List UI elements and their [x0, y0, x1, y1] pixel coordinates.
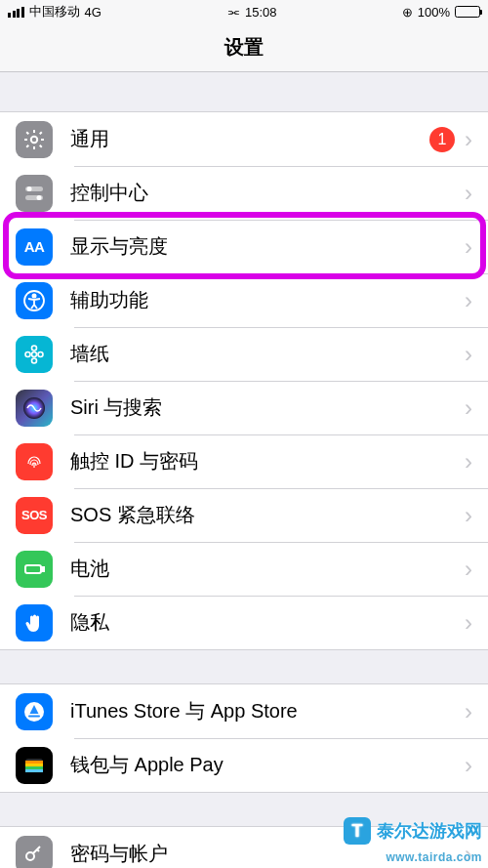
aa-icon: AA: [16, 228, 53, 266]
settings-row-label: 触控 ID 与密码: [70, 448, 465, 475]
settings-row-wallet[interactable]: 钱包与 Apple Pay›: [0, 738, 488, 792]
battery-pct-label: 100%: [418, 5, 450, 20]
group-gap: [0, 72, 488, 111]
fingerprint-icon: [16, 443, 53, 480]
svg-rect-21: [25, 769, 43, 772]
settings-row-sos[interactable]: SOSSOS 紧急联络›: [0, 488, 488, 542]
svg-point-2: [27, 186, 32, 191]
settings-row-label: 电池: [70, 556, 465, 582]
settings-row-siri[interactable]: Siri 与搜索›: [0, 381, 488, 434]
settings-group: iTunes Store 与 App Store›钱包与 Apple Pay›: [0, 683, 488, 793]
gear-icon: [16, 121, 53, 158]
wallet-icon: [16, 747, 53, 784]
settings-row-label: 墙纸: [70, 341, 465, 367]
battery-icon: [16, 551, 53, 588]
svg-point-6: [32, 294, 35, 297]
settings-row-control-center[interactable]: 控制中心›: [0, 166, 488, 220]
settings-row-label: Siri 与搜索: [70, 394, 465, 421]
svg-rect-20: [25, 766, 43, 769]
chevron-right-icon: ›: [465, 343, 472, 366]
hotspot-icon: ⫘: [226, 5, 239, 20]
hand-icon: [16, 604, 53, 641]
status-center: ⫘ 15:08: [102, 5, 402, 20]
network-label: 4G: [85, 5, 102, 20]
settings-row-label: 显示与亮度: [70, 233, 465, 260]
notification-badge: 1: [429, 127, 455, 152]
settings-row-general[interactable]: 通用1›: [0, 112, 488, 166]
status-left: 中国移动 4G: [8, 3, 102, 21]
chevron-right-icon: ›: [465, 754, 472, 777]
svg-rect-13: [25, 565, 41, 573]
flower-icon: [16, 336, 53, 373]
chevron-right-icon: ›: [465, 182, 472, 205]
chevron-right-icon: ›: [465, 558, 472, 581]
svg-rect-14: [42, 567, 44, 571]
settings-row-battery[interactable]: 电池›: [0, 542, 488, 596]
siri-icon: [16, 390, 53, 427]
settings-row-accessibility[interactable]: 辅助功能›: [0, 273, 488, 327]
chevron-right-icon: ›: [465, 396, 472, 420]
svg-point-10: [25, 351, 30, 356]
settings-group: 密码与帐户›: [0, 826, 488, 868]
svg-rect-19: [25, 764, 43, 766]
svg-point-11: [38, 351, 43, 356]
status-bar: 中国移动 4G ⫘ 15:08 ⊕ 100%: [0, 0, 488, 23]
svg-rect-16: [28, 715, 40, 717]
switches-icon: [16, 175, 53, 212]
svg-point-4: [37, 195, 42, 200]
chevron-right-icon: ›: [465, 504, 472, 527]
group-gap: [0, 650, 488, 683]
svg-point-8: [32, 346, 37, 351]
settings-group: 通用1›控制中心›AA显示与亮度›辅助功能›墙纸›Siri 与搜索›触控 ID …: [0, 111, 488, 650]
svg-point-9: [32, 358, 37, 363]
settings-row-touchid[interactable]: 触控 ID 与密码›: [0, 434, 488, 488]
group-gap: [0, 793, 488, 826]
nav-header: 设置: [0, 23, 488, 72]
settings-row-display[interactable]: AA显示与亮度›: [0, 220, 488, 273]
sos-icon: SOS: [16, 497, 53, 534]
settings-row-label: 辅助功能: [70, 287, 465, 313]
battery-icon: [455, 6, 480, 18]
svg-point-7: [32, 351, 37, 356]
carrier-label: 中国移动: [29, 3, 80, 21]
chevron-right-icon: ›: [465, 128, 472, 151]
svg-point-22: [26, 852, 34, 860]
settings-row-label: 钱包与 Apple Pay: [70, 752, 465, 778]
signal-icon: [8, 7, 24, 18]
appstore-icon: [16, 693, 53, 730]
svg-rect-18: [25, 761, 43, 764]
chevron-right-icon: ›: [465, 289, 472, 312]
settings-row-label: SOS 紧急联络: [70, 502, 465, 528]
chevron-right-icon: ›: [465, 700, 472, 723]
status-right: ⊕ 100%: [402, 5, 480, 20]
rotation-lock-icon: ⊕: [402, 5, 413, 20]
chevron-right-icon: ›: [465, 843, 472, 866]
settings-row-label: 通用: [70, 126, 429, 152]
settings-row-wallpaper[interactable]: 墙纸›: [0, 327, 488, 381]
clock-label: 15:08: [245, 5, 277, 20]
chevron-right-icon: ›: [465, 235, 472, 259]
chevron-right-icon: ›: [465, 450, 472, 474]
key-icon: [16, 836, 53, 869]
settings-row-label: iTunes Store 与 App Store: [70, 698, 465, 724]
accessibility-icon: [16, 282, 53, 319]
page-title: 设置: [224, 34, 264, 61]
settings-row-accounts[interactable]: 密码与帐户›: [0, 827, 488, 868]
svg-point-0: [31, 136, 37, 142]
settings-row-privacy[interactable]: 隐私›: [0, 596, 488, 649]
settings-row-label: 隐私: [70, 609, 465, 636]
settings-row-label: 密码与帐户: [70, 841, 465, 867]
settings-row-itunes[interactable]: iTunes Store 与 App Store›: [0, 684, 488, 738]
settings-row-label: 控制中心: [70, 180, 465, 206]
chevron-right-icon: ›: [465, 611, 472, 635]
